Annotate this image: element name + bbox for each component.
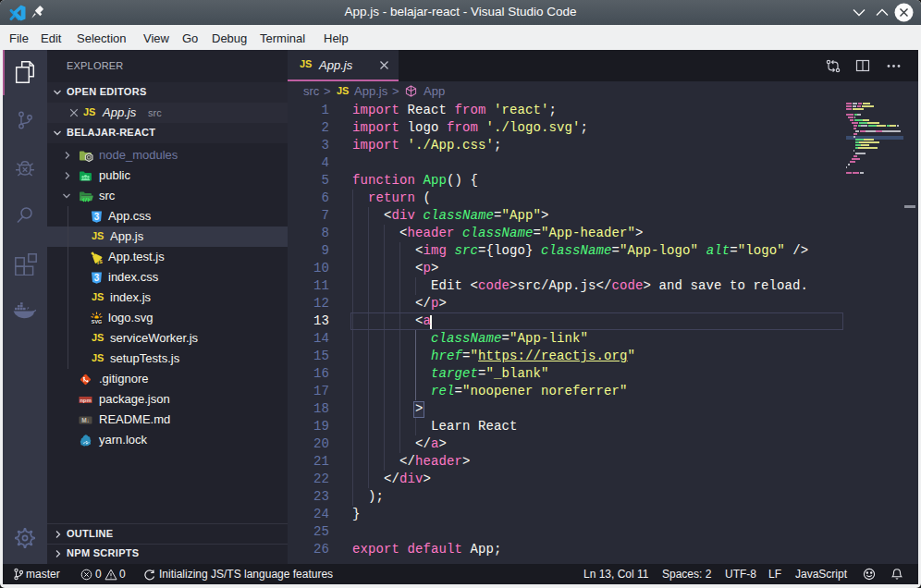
svg-text:3: 3 (94, 273, 100, 283)
svg-text:3: 3 (94, 212, 100, 222)
svg-text:js: js (96, 258, 103, 264)
svg-text:M↓: M↓ (81, 417, 90, 423)
svg-text:npm: npm (80, 398, 92, 403)
svg-text:SVG: SVG (92, 319, 102, 325)
